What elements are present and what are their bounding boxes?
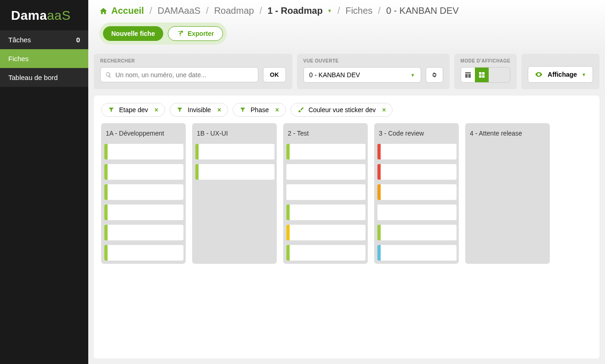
- logo-suffix: aaS: [47, 8, 70, 23]
- kanban-column: 2 - Test: [283, 123, 368, 264]
- kanban-card[interactable]: [377, 204, 457, 221]
- kanban-card[interactable]: [104, 184, 184, 200]
- caret-down-icon: ▼: [327, 8, 332, 13]
- kanban-card[interactable]: [104, 204, 184, 221]
- view-select[interactable]: 0 - KANBAN DEV ▼: [303, 67, 421, 83]
- breadcrumb-sep: /: [147, 6, 155, 16]
- sidebar-item-label: Tableau de bord: [8, 74, 58, 81]
- header: Accueil / DAMAaaS / Roadmap / 1 - Roadma…: [88, 0, 605, 54]
- kanban-card[interactable]: [286, 224, 366, 241]
- breadcrumb-home-label: Accueil: [111, 6, 144, 16]
- filter-chip[interactable]: Couleur vue sticker dev×: [291, 103, 393, 117]
- toolbar: RECHERCHER OK VUE OUVERTE 0 - KANBAN DEV…: [88, 54, 605, 96]
- kanban-columns: 1A - Développement1B - UX-UI2 - Test3 - …: [101, 123, 592, 351]
- breadcrumb-fiches[interactable]: Fiches: [345, 6, 372, 16]
- refresh-button[interactable]: [426, 67, 443, 83]
- kanban-card[interactable]: [104, 143, 184, 160]
- sidebar-item-tableau-de-bord[interactable]: Tableau de bord: [0, 68, 88, 87]
- search-panel: RECHERCHER OK: [94, 54, 292, 89]
- kanban-card[interactable]: [104, 224, 184, 241]
- new-fiche-button[interactable]: Nouvelle fiche: [103, 26, 163, 41]
- close-icon[interactable]: ×: [216, 106, 223, 114]
- mode-panel: MODE D'AFFICHAGE: [454, 54, 517, 89]
- kanban-card-stripe: [104, 205, 108, 220]
- kanban-card-stripe: [377, 205, 381, 220]
- filter-chip-label: Couleur vue sticker dev: [308, 106, 376, 114]
- sidebar-item-label: Fiches: [8, 55, 29, 63]
- brush-icon: [297, 107, 304, 113]
- sidebar-item-fiches[interactable]: Fiches: [0, 49, 88, 68]
- kanban-card-stripe: [377, 164, 381, 180]
- filter-chip-label: Invisible: [188, 106, 211, 114]
- kanban-card-stripe: [195, 144, 199, 159]
- sidebar-item-count: 0: [76, 36, 80, 44]
- kanban-card[interactable]: [286, 245, 366, 261]
- kanban-card[interactable]: [377, 164, 457, 180]
- search-label: RECHERCHER: [100, 58, 286, 63]
- kanban-card-list: [192, 142, 277, 183]
- kanban-card[interactable]: [286, 164, 366, 180]
- kanban-card[interactable]: [377, 224, 457, 241]
- breadcrumb-home[interactable]: Accueil: [99, 6, 144, 16]
- search-ok-button[interactable]: OK: [263, 67, 286, 82]
- close-icon[interactable]: ×: [380, 106, 388, 114]
- kanban-card-stripe: [104, 225, 108, 240]
- kanban-card-stripe: [286, 225, 290, 240]
- sidebar: DamaaaS Tâches0FichesTableau de bord: [0, 0, 88, 364]
- kanban-card[interactable]: [195, 164, 275, 180]
- breadcrumb-current[interactable]: 1 - Roadmap ▼: [268, 6, 332, 16]
- actions-row: Nouvelle fiche Exporter: [99, 23, 227, 45]
- kanban-column-title: 1B - UX-UI: [192, 123, 277, 142]
- kanban-column-title: 2 - Test: [283, 123, 368, 142]
- display-panel: Affichage ▼: [521, 54, 599, 89]
- kanban-column: 4 - Attente release: [465, 123, 550, 264]
- breadcrumb-sep: /: [257, 6, 265, 16]
- board: Etape dev×Invisible×Phase×Couleur vue st…: [94, 96, 599, 358]
- breadcrumb-roadmap[interactable]: Roadmap: [214, 6, 254, 16]
- kanban-card-stripe: [104, 144, 108, 159]
- nav: Tâches0FichesTableau de bord: [0, 30, 88, 87]
- close-icon[interactable]: ×: [274, 106, 281, 114]
- filter-chip[interactable]: Invisible×: [170, 103, 228, 117]
- breadcrumb: Accueil / DAMAaaS / Roadmap / 1 - Roadma…: [99, 6, 594, 16]
- mode-table-button[interactable]: [461, 68, 475, 82]
- display-button[interactable]: Affichage ▼: [528, 66, 593, 83]
- close-icon[interactable]: ×: [153, 106, 160, 114]
- kanban-card-stripe: [377, 245, 381, 261]
- search-input[interactable]: [115, 71, 253, 79]
- breadcrumb-sep: /: [335, 6, 343, 16]
- sidebar-item-label: Tâches: [8, 36, 31, 44]
- kanban-card-stripe: [377, 184, 381, 200]
- kanban-card[interactable]: [377, 184, 457, 200]
- export-button[interactable]: Exporter: [168, 26, 223, 41]
- breadcrumb-current-label: 1 - Roadmap: [268, 6, 323, 16]
- sidebar-item-tâches[interactable]: Tâches0: [0, 30, 88, 49]
- mode-toggle: [461, 67, 511, 83]
- kanban-card-stripe: [286, 164, 290, 180]
- kanban-card-stripe: [104, 245, 108, 261]
- kanban-card-list: [374, 142, 459, 264]
- logo: DamaaaS: [0, 0, 88, 30]
- mode-kanban-button[interactable]: [475, 68, 489, 82]
- kanban-card[interactable]: [286, 184, 366, 200]
- kanban-card[interactable]: [104, 164, 184, 180]
- kanban-card[interactable]: [104, 245, 184, 261]
- kanban-card-stripe: [286, 205, 290, 220]
- export-icon: [177, 30, 184, 37]
- kanban-card[interactable]: [286, 143, 366, 160]
- filter-chip-label: Phase: [251, 106, 269, 114]
- kanban-card[interactable]: [377, 245, 457, 261]
- filter-chip[interactable]: Etape dev×: [101, 103, 165, 117]
- kanban-column: 1A - Développement: [101, 123, 186, 264]
- kanban-card[interactable]: [195, 143, 275, 160]
- search-input-wrap[interactable]: [100, 67, 258, 82]
- kanban-card[interactable]: [286, 204, 366, 221]
- kanban-card[interactable]: [377, 143, 457, 160]
- breadcrumb-sep: /: [203, 6, 211, 16]
- breadcrumb-kanban: 0 - KANBAN DEV: [386, 6, 459, 16]
- logo-prefix: Dama: [11, 8, 47, 23]
- breadcrumb-damaaas[interactable]: DAMAaaS: [158, 6, 200, 16]
- mode-label: MODE D'AFFICHAGE: [461, 58, 511, 63]
- filter-chip[interactable]: Phase×: [233, 103, 286, 117]
- kanban-card-stripe: [195, 164, 199, 180]
